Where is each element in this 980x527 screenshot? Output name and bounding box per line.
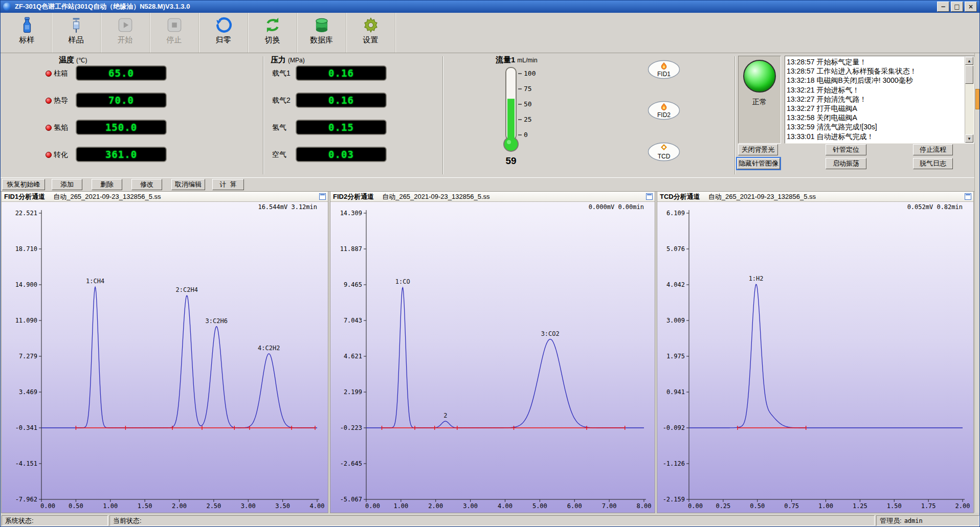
modify-peak-button[interactable]: 修改 [131,179,162,190]
edge-scroll-marker[interactable] [975,89,979,109]
status-bar: 系统状态: 当前状态: 管理员:admin [1,514,979,527]
toolbar-button-standard[interactable]: 标样 [3,13,52,53]
peak-label: 2 [443,412,447,419]
cancel-edit-button[interactable]: 取消编辑 [171,179,205,190]
y-axis-tick: 18.710 [15,245,37,253]
y-axis-tick: 14.900 [15,281,37,288]
y-axis-tick: 7.043 [344,317,362,324]
x-axis-tick: 3.00 [241,502,256,510]
admin-label: 管理员: [880,516,902,525]
toolbar-button-database[interactable]: 数据库 [297,13,346,53]
y-axis-tick: -2.159 [663,496,685,503]
x-axis-tick: 6.00 [567,502,582,510]
y-axis-tick: 11.887 [340,245,362,253]
window-title: ZF-301Q色谱工作站(301Q自动（绝缘油）N528.M)V3.1.3.0 [15,2,937,11]
stop-flow-button[interactable]: 停止流程 [913,144,953,155]
chromatogram-area[interactable]: 22.52118.71014.90011.0907.2793.469-0.341… [2,202,328,513]
gear-icon [362,16,380,34]
y-axis-tick: -0.341 [15,424,37,431]
x-axis-tick: 3.00 [463,502,478,510]
minimize-button[interactable]: − [937,2,949,12]
peak-label: 1:CH4 [86,278,104,285]
maximize-button[interactable]: □ [951,2,963,12]
peak-edit-toolbar: 恢复初始峰添加删除修改取消编辑计 算 [1,177,979,192]
x-axis-tick: 2.00 [955,502,970,510]
x-axis-tick: 1.50 [138,502,152,510]
admin-cell: 管理员:admin [876,515,979,526]
delete-peak-button[interactable]: 删除 [92,179,122,190]
y-axis-tick: -0.223 [340,424,362,431]
chart-channel-title: FID2分析通道 [333,192,374,201]
toolbar-label-switch: 切换 [265,35,280,45]
toolbar-button-sample[interactable]: 样品 [52,13,101,53]
x-axis-tick: 3.50 [275,502,290,510]
chart-maximize-icon[interactable] [319,193,326,200]
toolbar-button-start[interactable]: 开始 [101,13,150,53]
x-axis-tick: 0.50 [69,502,83,510]
x-axis-tick: 1.75 [921,502,936,510]
y-axis-tick: 11.090 [15,317,37,324]
chart-maximize-icon[interactable] [646,193,653,200]
app-window: ZF-301Q色谱工作站(301Q自动（绝缘油）N528.M)V3.1.3.0 … [0,0,980,527]
start-oscillation-button[interactable]: 启动振荡 [826,158,866,169]
title-bar[interactable]: ZF-301Q色谱工作站(301Q自动（绝缘油）N528.M)V3.1.3.0 … [1,1,979,13]
chromatogram-area[interactable]: 14.30911.8879.4657.0434.6212.199-0.223-2… [330,202,655,513]
system-status-label: 系统状态: [5,516,34,525]
toolbar-button-switch[interactable]: 切换 [248,13,297,53]
toolbar-label-zero: 归零 [216,35,231,45]
toolbar-label-settings: 设置 [363,35,378,45]
chart-panel-2: FID2分析通道 自动_265_2021-09-23_132856_5.ss 1… [330,192,655,513]
chromatogram-svg: 6.1095.0764.0423.0091.9750.941-0.092-1.1… [657,202,973,513]
close-button[interactable]: × [965,2,977,12]
chromatogram-trace [366,288,644,428]
zero-icon [215,16,232,34]
peak-label: 1:CO [395,278,410,285]
y-axis-tick: -4.151 [15,460,37,467]
chart-header: FID1分析通道 自动_265_2021-09-23_132856_5.ss [2,192,328,202]
peak-label: 2:C2H4 [176,286,198,293]
chromatogram-svg: 22.52118.71014.90011.0907.2793.469-0.341… [2,202,328,513]
hide-needle-image-button[interactable]: 隐藏针管图像 [737,158,780,169]
chart-maximize-icon[interactable] [965,193,971,200]
current-status-cell: 当前状态: [109,515,875,526]
admin-value: admin [904,517,923,524]
y-axis-tick: -7.962 [15,496,37,503]
toolbar-button-stop[interactable]: 停止 [150,13,199,53]
y-axis-tick: -1.126 [663,460,685,467]
y-axis-tick: 6.109 [666,210,685,217]
signal-reading: 0.000mV 0.00min [589,203,644,211]
control-panel: 温度(℃) 柱箱 65.0 热导 70.0 氢焰 150.0 转化 361.0 … [1,53,979,177]
x-axis-tick: 5.00 [532,502,547,510]
syringe-icon [68,16,85,34]
y-axis-tick: 9.465 [344,281,362,288]
chart-panel-1: FID1分析通道 自动_265_2021-09-23_132856_5.ss 2… [2,192,328,513]
x-axis-tick: 0.00 [688,502,703,510]
signal-reading: 16.544mV 3.12min [258,203,317,211]
calculate-button[interactable]: 计 算 [212,179,244,190]
chart-panel-3: TCD分析通道 自动_265_2021-09-23_132856_5.ss 6.… [657,192,973,513]
add-peak-button[interactable]: 添加 [52,179,82,190]
needle-position-button[interactable]: 针管定位 [826,144,866,155]
x-axis-tick: 1.00 [818,502,833,510]
toolbar-label-standard: 标样 [19,35,35,45]
x-axis-tick: 8.00 [637,502,652,510]
y-axis-tick: -0.092 [663,424,685,431]
system-status-cell: 系统状态: [2,515,108,526]
chart-header: TCD分析通道 自动_265_2021-09-23_132856_5.ss [657,192,973,202]
chromatogram-area[interactable]: 6.1095.0764.0423.0091.9750.941-0.092-1.1… [657,202,973,513]
toolbar-label-sample: 样品 [69,35,84,45]
database-icon [313,16,330,34]
restore-initial-peaks-button[interactable]: 恢复初始峰 [2,179,45,190]
switch-icon [264,16,281,34]
x-axis-tick: 7.00 [602,502,617,510]
chart-header: FID2分析通道 自动_265_2021-09-23_132856_5.ss [330,192,655,202]
y-axis-tick: 4.042 [666,281,685,288]
y-axis-tick: 14.309 [340,210,362,217]
close-backlight-button[interactable]: 关闭背景光 [738,144,778,155]
peak-label: 4:C2H2 [258,345,280,352]
bottle-icon [18,16,36,34]
degas-log-button[interactable]: 脱气日志 [913,158,953,169]
toolbar-button-settings[interactable]: 设置 [346,13,395,53]
peak-label: 1:H2 [749,275,764,282]
toolbar-button-zero[interactable]: 归零 [199,13,248,53]
